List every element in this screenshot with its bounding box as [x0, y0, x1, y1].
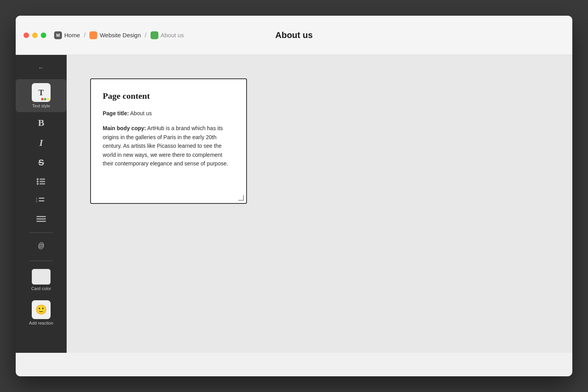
sidebar-item-text-style[interactable]: T Text style: [16, 79, 67, 112]
svg-point-0: [37, 178, 39, 180]
text-style-label: Text style: [32, 103, 50, 108]
strikethrough-icon: S: [38, 158, 44, 168]
link-icon: [36, 241, 46, 253]
breadcrumb-website[interactable]: Website Design: [89, 31, 141, 39]
sidebar-item-italic[interactable]: I: [16, 134, 67, 152]
sidebar-item-bold[interactable]: B: [16, 114, 67, 132]
svg-text:2: 2: [36, 200, 37, 203]
sidebar-item-strikethrough[interactable]: S: [16, 154, 67, 172]
breadcrumb: M Home / Website Design / About us: [54, 31, 184, 39]
main-area: ← T Text style B I: [16, 55, 572, 353]
sidebar-item-add-reaction[interactable]: 🙂 Add reaction: [16, 296, 67, 329]
reaction-icon-container: 🙂: [32, 300, 51, 319]
card-field-title-label: Page title:: [103, 110, 129, 116]
card-field-body: Main body copy: ArtHub is a brand which …: [103, 124, 234, 168]
svg-rect-10: [36, 216, 46, 217]
minimize-button[interactable]: [32, 33, 38, 38]
breadcrumb-sep-2: /: [145, 32, 146, 39]
card-color-label: Card color: [31, 286, 51, 291]
svg-point-2: [37, 181, 39, 183]
svg-rect-11: [36, 218, 46, 220]
page-content-card: Page content Page title: About us Main b…: [90, 78, 247, 204]
dot-green: [44, 98, 46, 100]
emoji-icon: 🙂: [35, 304, 47, 315]
text-style-icon-container: T: [32, 83, 51, 102]
canvas-area: Page content Page title: About us Main b…: [67, 55, 572, 353]
svg-rect-3: [40, 181, 45, 182]
dot-yellow: [47, 98, 49, 100]
breadcrumb-home[interactable]: M Home: [54, 31, 80, 39]
card-field-title-value: About us: [129, 110, 152, 116]
sidebar-item-numbered-list[interactable]: 1 2: [16, 192, 67, 211]
card-color-swatch: [32, 269, 51, 285]
add-reaction-label: Add reaction: [29, 321, 53, 325]
website-icon: [89, 31, 97, 39]
titlebar: M Home / Website Design / About us About…: [16, 16, 572, 55]
sidebar: ← T Text style B I: [16, 55, 67, 353]
svg-point-4: [37, 183, 39, 185]
bullet-list-icon: [36, 177, 46, 187]
close-button[interactable]: [24, 33, 29, 38]
svg-rect-12: [36, 221, 46, 222]
svg-rect-9: [39, 200, 44, 201]
maximize-button[interactable]: [41, 33, 46, 38]
page-title: About us: [275, 30, 312, 40]
back-arrow-icon: ←: [38, 64, 44, 71]
breadcrumb-about[interactable]: About us: [151, 31, 184, 39]
text-tool-icon: T: [38, 88, 44, 97]
svg-rect-5: [40, 183, 45, 185]
sidebar-divider-2: [29, 261, 53, 261]
bold-icon: B: [38, 118, 44, 128]
home-icon: M: [54, 31, 62, 39]
sidebar-item-align[interactable]: [16, 212, 67, 229]
app-window: M Home / Website Design / About us About…: [16, 16, 572, 376]
traffic-lights: [24, 33, 46, 38]
numbered-list-icon: 1 2: [36, 196, 47, 207]
breadcrumb-about-label: About us: [161, 32, 184, 38]
back-button[interactable]: ←: [16, 61, 67, 74]
sidebar-item-link[interactable]: [16, 237, 67, 257]
dot-red: [41, 98, 44, 100]
breadcrumb-sep-1: /: [84, 32, 85, 39]
about-icon: [151, 31, 158, 39]
sidebar-item-bullet-list[interactable]: [16, 173, 67, 191]
card-field-body-label: Main body copy:: [103, 125, 146, 131]
color-dots: [41, 98, 49, 100]
italic-icon: I: [39, 138, 43, 148]
align-icon: [36, 216, 46, 225]
card-field-title: Page title: About us: [103, 109, 234, 118]
sidebar-divider: [29, 232, 53, 233]
breadcrumb-home-label: Home: [64, 32, 80, 38]
card-heading: Page content: [103, 91, 234, 101]
svg-rect-1: [40, 179, 45, 180]
sidebar-item-card-color[interactable]: Card color: [16, 265, 67, 295]
breadcrumb-website-label: Website Design: [100, 32, 141, 38]
svg-rect-7: [39, 198, 44, 199]
